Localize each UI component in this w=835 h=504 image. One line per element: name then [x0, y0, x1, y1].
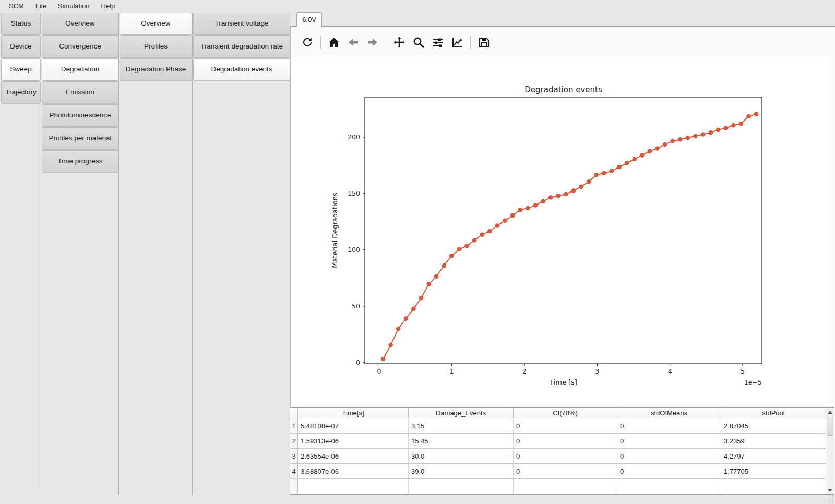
data-point — [495, 223, 500, 228]
tab-6.0v[interactable]: 6.0V — [296, 12, 322, 27]
table-cell[interactable]: 1.77705 — [721, 464, 826, 479]
table-cell[interactable] — [617, 479, 721, 494]
scroll-down-button[interactable] — [826, 486, 834, 494]
nav-tab-convergence[interactable]: Convergence — [42, 35, 118, 58]
resize-grip-icon[interactable] — [828, 497, 834, 503]
table-cell[interactable] — [721, 479, 826, 494]
nav-tab-trajectory[interactable]: Trajectory — [1, 81, 41, 104]
pan-button[interactable] — [392, 35, 407, 50]
row-number[interactable]: 3 — [290, 449, 298, 464]
table-cell[interactable]: 0 — [617, 449, 721, 464]
table-cell[interactable]: 3.68807e-06 — [298, 464, 409, 479]
y-tick-label: 150 — [348, 189, 360, 197]
nav-tab-overview[interactable]: Overview — [120, 13, 192, 35]
data-point — [541, 199, 545, 204]
data-point — [510, 213, 515, 218]
x-tick-label: 4 — [668, 367, 672, 375]
table-vertical-scrollbar[interactable] — [826, 408, 834, 494]
data-point — [419, 296, 424, 301]
menu-file[interactable]: File — [30, 1, 52, 12]
table-cell[interactable]: 2.63554e-06 — [298, 449, 409, 464]
data-line — [383, 114, 756, 359]
scrollbar-thumb[interactable] — [827, 417, 833, 436]
column-header-stdpool[interactable]: stdPool — [721, 408, 826, 418]
axes-config-button[interactable] — [450, 35, 464, 50]
nav-tab-degradation-phase[interactable]: Degradation Phase — [120, 58, 192, 81]
nav-column-level-1: StatusDeviceSweepTrajectory — [1, 13, 41, 104]
x-tick-label: 2 — [522, 367, 527, 375]
table-cell[interactable] — [514, 479, 617, 494]
nav-tab-degradation-events[interactable]: Degradation events — [193, 58, 290, 81]
column-header-time-s-[interactable]: Time[s] — [298, 408, 409, 418]
nav-tab-time-progress[interactable]: Time progress — [42, 150, 118, 173]
data-point — [625, 161, 629, 165]
data-point — [464, 244, 469, 248]
row-number[interactable]: 4 — [290, 464, 298, 479]
nav-column-level-4: Transient voltageTransient degradation r… — [193, 13, 290, 81]
table-cell[interactable]: 0 — [514, 464, 617, 479]
nav-tab-status[interactable]: Status — [1, 13, 41, 35]
x-axis-offset-label: 1e−5 — [744, 378, 762, 386]
forward-icon — [366, 36, 379, 49]
nav-tab-sweep[interactable]: Sweep — [1, 58, 41, 81]
home-button[interactable] — [327, 35, 341, 50]
save-button[interactable] — [476, 35, 491, 50]
nav-tab-overview[interactable]: Overview — [42, 13, 118, 35]
table-cell[interactable]: 3.15 — [409, 418, 514, 434]
row-number[interactable]: 2 — [290, 434, 298, 449]
data-point — [610, 169, 614, 173]
row-number[interactable]: 1 — [290, 418, 298, 434]
nav-tab-transient-degradation-rate[interactable]: Transient degradation rate — [193, 35, 290, 58]
column-header-ci-70-[interactable]: CI(70%) — [514, 408, 617, 418]
nav-tab-device[interactable]: Device — [1, 35, 41, 58]
table-cell[interactable]: 39.0 — [409, 464, 514, 479]
toolbar-separator — [470, 36, 471, 49]
data-point — [640, 153, 645, 158]
nav-tab-transient-voltage[interactable]: Transient voltage — [193, 13, 290, 35]
table-cell[interactable]: 0 — [617, 418, 721, 434]
row-number[interactable] — [290, 479, 298, 494]
nav-tab-profiles[interactable]: Profiles — [120, 35, 192, 58]
data-point — [686, 136, 690, 140]
table-cell[interactable]: 0 — [514, 449, 617, 464]
nav-tab-emission[interactable]: Emission — [42, 81, 118, 104]
data-point — [533, 203, 538, 208]
data-point — [503, 218, 507, 223]
table-cell[interactable]: 0 — [514, 418, 617, 434]
table-cell[interactable] — [409, 479, 514, 494]
table-row: 15.48108e-073.15002.87045 — [290, 418, 826, 434]
table-cell[interactable]: 30.0 — [409, 449, 514, 464]
column-header-damage-events[interactable]: Damage_Events — [409, 408, 514, 418]
table-cell[interactable]: 0 — [617, 434, 721, 449]
menu-help[interactable]: Help — [96, 1, 121, 12]
table-row: 43.68807e-0639.0001.77705 — [290, 464, 826, 479]
nav-tab-photoluminescence[interactable]: Photoluminescence — [42, 104, 118, 127]
forward-button[interactable] — [365, 35, 380, 50]
nav-tab-profiles-per-material[interactable]: Profiles per material — [42, 127, 118, 150]
y-axis-label: Material Degradations — [331, 193, 339, 268]
table-cell[interactable]: 15.45 — [409, 434, 514, 449]
nav-tab-degradation[interactable]: Degradation — [42, 58, 118, 81]
nav-separator — [192, 13, 193, 495]
menu-simulation[interactable]: Simulation — [52, 1, 96, 12]
plot-canvas[interactable]: 012345050100150200Degradation eventsTime… — [291, 57, 829, 405]
table-cell[interactable] — [298, 479, 409, 494]
table-cell[interactable]: 5.48108e-07 — [298, 418, 409, 434]
column-header-stdofmeans[interactable]: stdOfMeans — [617, 408, 721, 418]
table-cell[interactable]: 2.87045 — [721, 418, 826, 434]
zoom-button[interactable] — [411, 35, 426, 50]
subplots-icon — [432, 36, 444, 49]
x-tick-label: 5 — [741, 367, 745, 375]
table-cell[interactable]: 4.2797 — [721, 449, 826, 464]
table-cell[interactable]: 0 — [514, 434, 617, 449]
data-point — [442, 263, 446, 268]
subplots-button[interactable] — [431, 35, 445, 50]
table-cell[interactable]: 0 — [617, 464, 721, 479]
menu-scm[interactable]: SCM — [3, 1, 30, 12]
back-button[interactable] — [346, 35, 361, 50]
axes-frame — [365, 97, 762, 364]
scroll-up-button[interactable] — [826, 408, 834, 416]
table-cell[interactable]: 1.59313e-06 — [298, 434, 409, 449]
table-cell[interactable]: 3.2359 — [721, 434, 826, 449]
refresh-button[interactable] — [300, 35, 315, 50]
